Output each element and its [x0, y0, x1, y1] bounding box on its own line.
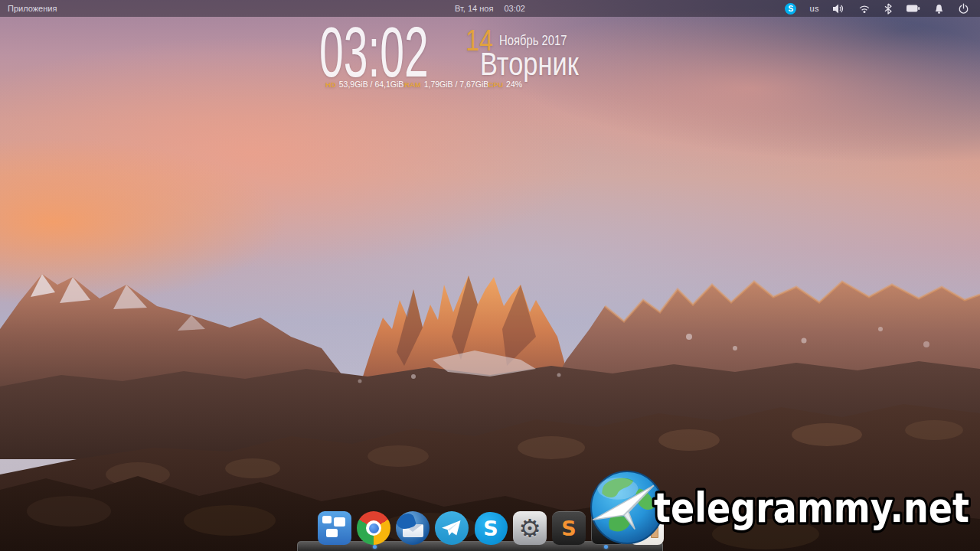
notifications-bell-icon[interactable] — [933, 2, 945, 15]
sublime-text-icon[interactable]: S — [552, 511, 586, 545]
clock-widget: 03:02 14 Ноябрь 2017 Вторник HD53,9GiB /… — [318, 20, 639, 96]
cpu-value: 24% — [506, 80, 522, 89]
topbar-time: 03:02 — [504, 4, 525, 13]
system-settings-icon[interactable]: ⚙ — [513, 511, 547, 545]
top-bar: Приложения Вт, 14 ноя 03:02 S us — [0, 0, 980, 17]
running-indicator-chrome — [373, 545, 377, 549]
battery-icon[interactable] — [906, 2, 920, 15]
clock-weekday: Вторник — [480, 47, 579, 80]
watermark: telegrammy.net — [588, 468, 977, 546]
ram-label: RAM — [404, 80, 421, 89]
ram-stat: RAM1,79GiB / 7,67GiB — [404, 80, 488, 89]
sublime-letter: S — [561, 517, 576, 540]
clock-time: 03:02 — [319, 17, 429, 87]
hd-stat: HD53,9GiB / 64,1GiB — [325, 80, 403, 89]
telegram-icon[interactable] — [435, 511, 469, 545]
app-grid-tile — [326, 529, 338, 537]
keyboard-layout-indicator[interactable]: us — [809, 2, 819, 15]
ram-value: 1,79GiB / 7,67GiB — [424, 80, 489, 89]
applications-menu-button[interactable]: Приложения — [8, 4, 57, 13]
system-stats: HD53,9GiB / 64,1GiB RAM1,79GiB / 7,67GiB… — [318, 80, 639, 90]
app-grid-icon[interactable] — [318, 511, 351, 545]
hd-label: HD — [325, 80, 336, 89]
gear-icon: ⚙ — [518, 516, 541, 541]
watermark-text: telegrammy.net — [654, 484, 969, 532]
topbar-date: Вт, 14 ноя — [455, 4, 493, 13]
chrome-center-dot — [369, 523, 379, 533]
hd-value: 53,9GiB / 64,1GiB — [339, 80, 404, 89]
volume-icon[interactable] — [832, 2, 845, 15]
skype-tray-icon[interactable]: S — [785, 3, 796, 15]
desktop: Приложения Вт, 14 ноя 03:02 S us — [0, 0, 980, 551]
cpu-stat: CPU24% — [488, 80, 522, 89]
bluetooth-icon[interactable] — [884, 2, 893, 15]
thunderbird-icon[interactable] — [396, 511, 430, 545]
cpu-label: CPU — [488, 80, 503, 89]
app-grid-tile — [322, 516, 332, 523]
skype-letter: S — [483, 517, 498, 540]
skype-icon[interactable]: S — [474, 511, 508, 545]
telegram-plane — [435, 511, 469, 545]
chrome-hub — [366, 520, 381, 536]
wifi-icon[interactable] — [858, 2, 871, 15]
power-icon[interactable] — [958, 2, 969, 15]
clock-menu-button[interactable]: Вт, 14 ноя 03:02 — [455, 4, 525, 13]
app-grid-tile — [334, 517, 345, 527]
google-chrome-icon[interactable] — [357, 511, 390, 545]
